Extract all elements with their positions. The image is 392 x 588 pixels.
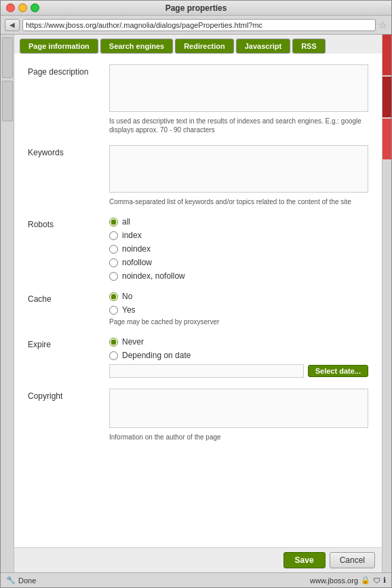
right-edge-block-2	[383, 77, 391, 117]
cache-yes-option[interactable]: Yes	[109, 305, 368, 315]
minimize-button[interactable]	[18, 3, 27, 12]
title-bar: Page properties	[1, 1, 391, 16]
expire-date-input[interactable]	[109, 364, 304, 378]
sidebar-left-item	[2, 37, 13, 78]
robots-row: Robots all index	[28, 217, 368, 281]
robots-nofollow-radio[interactable]	[109, 258, 118, 267]
robots-index-radio[interactable]	[109, 231, 118, 240]
robots-radio-group: all index noindex	[109, 217, 368, 281]
status-icon: 🔧	[6, 576, 16, 585]
robots-all-radio[interactable]	[109, 218, 118, 227]
tab-page-information[interactable]: Page information	[20, 39, 98, 54]
info-icon: ℹ	[383, 576, 386, 585]
robots-all-label: all	[122, 217, 130, 227]
sidebar-left	[1, 35, 14, 572]
right-edge-block-1	[383, 35, 391, 75]
robots-all-option[interactable]: all	[109, 217, 368, 227]
close-button[interactable]	[6, 3, 15, 12]
expire-depending-option[interactable]: Depending on date	[109, 351, 368, 360]
robots-nofollow-label: nofollow	[122, 258, 152, 267]
copyright-hint: Information on the author of the page	[109, 433, 368, 442]
tab-redirection[interactable]: Redirection	[175, 39, 234, 54]
expire-control: Never Depending on date Select date...	[109, 337, 368, 378]
copyright-label: Copyright	[28, 389, 109, 401]
right-edge-block-3	[383, 119, 391, 159]
cache-hint: Page may be cached by proxyserver	[109, 317, 368, 326]
status-right: www.jboss.org 🔒 🛡 ℹ	[310, 576, 386, 585]
tab-rss[interactable]: RSS	[292, 39, 326, 54]
window-controls	[6, 3, 39, 12]
expire-depending-radio[interactable]	[109, 351, 118, 360]
expire-never-option[interactable]: Never	[109, 337, 368, 347]
lock-icon: 🔒	[361, 576, 370, 585]
robots-noindex-nofollow-label: noindex, nofollow	[122, 271, 185, 281]
keywords-hint: Comma-separated list of keywords and/or …	[109, 197, 368, 206]
right-edge	[382, 35, 391, 572]
bookmark-star-icon[interactable]: ☆	[378, 20, 387, 31]
robots-noindex-radio[interactable]	[109, 245, 118, 254]
status-text: Done	[18, 576, 36, 585]
cache-yes-label: Yes	[122, 305, 136, 315]
page-description-hint: Is used as descriptive text in the resul…	[109, 117, 368, 134]
expire-never-label: Never	[122, 337, 144, 347]
content-area: Page information Search engines Redirect…	[14, 35, 382, 572]
cache-radio-group: No Yes	[109, 292, 368, 315]
cache-control: No Yes Page may be cached by proxyserver	[109, 292, 368, 326]
cache-yes-radio[interactable]	[109, 306, 118, 315]
expire-label: Expire	[28, 337, 109, 349]
address-input[interactable]	[22, 19, 376, 31]
status-domain: www.jboss.org	[310, 576, 358, 585]
security-icon: 🛡	[373, 576, 380, 585]
tabs-bar: Page information Search engines Redirect…	[14, 35, 382, 54]
back-button[interactable]: ◀	[5, 19, 20, 31]
copyright-row: Copyright Information on the author of t…	[28, 389, 368, 442]
keywords-row: Keywords Comma-separated list of keyword…	[28, 145, 368, 206]
cache-label: Cache	[28, 292, 109, 304]
copyright-textarea[interactable]	[109, 389, 368, 428]
main-window: Page properties ◀ ☆ Page information Sea…	[0, 0, 392, 588]
robots-index-label: index	[122, 231, 142, 240]
robots-control: all index noindex	[109, 217, 368, 281]
save-button[interactable]: Save	[283, 552, 326, 568]
cache-no-option[interactable]: No	[109, 292, 368, 301]
page-description-row: Page description Is used as descriptive …	[28, 64, 368, 134]
tab-search-engines[interactable]: Search engines	[100, 39, 173, 54]
tab-javascript[interactable]: Javascript	[236, 39, 290, 54]
status-left: 🔧 Done	[6, 576, 36, 585]
maximize-button[interactable]	[31, 3, 39, 12]
expire-never-radio[interactable]	[109, 338, 118, 347]
robots-noindex-option[interactable]: noindex	[109, 244, 368, 254]
copyright-control: Information on the author of the page	[109, 389, 368, 442]
page-description-textarea[interactable]	[109, 64, 368, 112]
page-description-control: Is used as descriptive text in the resul…	[109, 64, 368, 134]
status-bar: 🔧 Done www.jboss.org 🔒 🛡 ℹ	[1, 572, 391, 587]
sidebar-left-item-2	[2, 81, 13, 121]
window-title: Page properties	[165, 3, 227, 13]
robots-index-option[interactable]: index	[109, 231, 368, 240]
cache-row: Cache No Yes Page may be	[28, 292, 368, 326]
select-date-button[interactable]: Select date...	[308, 365, 368, 377]
robots-noindex-label: noindex	[122, 244, 151, 254]
robots-label: Robots	[28, 217, 109, 229]
keywords-control: Comma-separated list of keywords and/or …	[109, 145, 368, 206]
expire-radio-group: Never Depending on date	[109, 337, 368, 360]
robots-noindex-nofollow-radio[interactable]	[109, 272, 118, 281]
bottom-bar: Save Cancel	[14, 547, 382, 572]
expire-date-row: Select date...	[109, 364, 368, 378]
cancel-button[interactable]: Cancel	[330, 552, 375, 568]
keywords-textarea[interactable]	[109, 145, 368, 193]
keywords-label: Keywords	[28, 145, 109, 157]
main-area: Page information Search engines Redirect…	[1, 35, 391, 572]
expire-row: Expire Never Depending on date	[28, 337, 368, 378]
form-area: Page description Is used as descriptive …	[14, 54, 382, 547]
address-bar: ◀ ☆	[1, 16, 391, 35]
cache-no-label: No	[122, 292, 132, 301]
expire-depending-label: Depending on date	[122, 351, 191, 360]
cache-no-radio[interactable]	[109, 292, 118, 301]
robots-nofollow-option[interactable]: nofollow	[109, 258, 368, 267]
page-description-label: Page description	[28, 64, 109, 77]
robots-noindex-nofollow-option[interactable]: noindex, nofollow	[109, 271, 368, 281]
